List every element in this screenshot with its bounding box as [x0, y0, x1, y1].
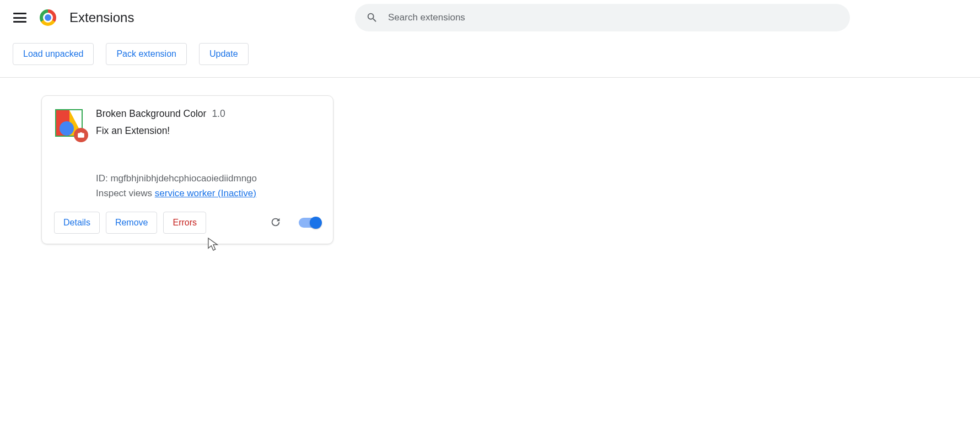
camera-badge-icon	[74, 128, 88, 142]
pack-extension-button[interactable]: Pack extension	[106, 43, 187, 65]
reload-icon	[270, 216, 282, 230]
extension-description: Fix an Extension!	[96, 125, 321, 137]
search-box[interactable]	[355, 4, 850, 31]
extension-id-row: ID: mgfbhjnibhjdehcphiocaoiediidmngo	[96, 171, 321, 186]
dev-toolbar: Load unpacked Pack extension Update	[0, 35, 980, 78]
search-icon	[366, 12, 378, 24]
extension-card: Broken Background Color 1.0 Fix an Exten…	[41, 95, 333, 244]
extension-id-label: ID:	[96, 173, 110, 184]
service-worker-link[interactable]: service worker (Inactive)	[155, 188, 256, 198]
details-button[interactable]: Details	[54, 212, 100, 234]
extension-id-value: mgfbhjnibhjdehcphiocaoiediidmngo	[110, 173, 257, 184]
reload-button[interactable]	[270, 217, 282, 229]
main-menu-button[interactable]	[9, 7, 31, 29]
errors-button[interactable]: Errors	[163, 212, 206, 234]
page-title: Extensions	[69, 10, 134, 25]
load-unpacked-button[interactable]: Load unpacked	[13, 43, 94, 65]
update-button[interactable]: Update	[199, 43, 249, 65]
inspect-views-label: Inspect views	[96, 188, 155, 198]
remove-button[interactable]: Remove	[106, 212, 158, 234]
app-header: Extensions	[0, 0, 980, 35]
enable-toggle[interactable]	[299, 218, 321, 228]
extension-version: 1.0	[212, 108, 225, 120]
extensions-grid: Broken Background Color 1.0 Fix an Exten…	[0, 78, 980, 262]
inspect-views-row: Inspect views service worker (Inactive)	[96, 186, 321, 201]
extension-icon	[55, 109, 83, 137]
search-input[interactable]	[388, 12, 839, 23]
cursor-icon	[207, 236, 219, 252]
toggle-knob	[310, 217, 322, 229]
extension-name: Broken Background Color	[96, 108, 206, 120]
chrome-logo-icon	[40, 9, 56, 26]
hamburger-icon	[13, 13, 26, 23]
